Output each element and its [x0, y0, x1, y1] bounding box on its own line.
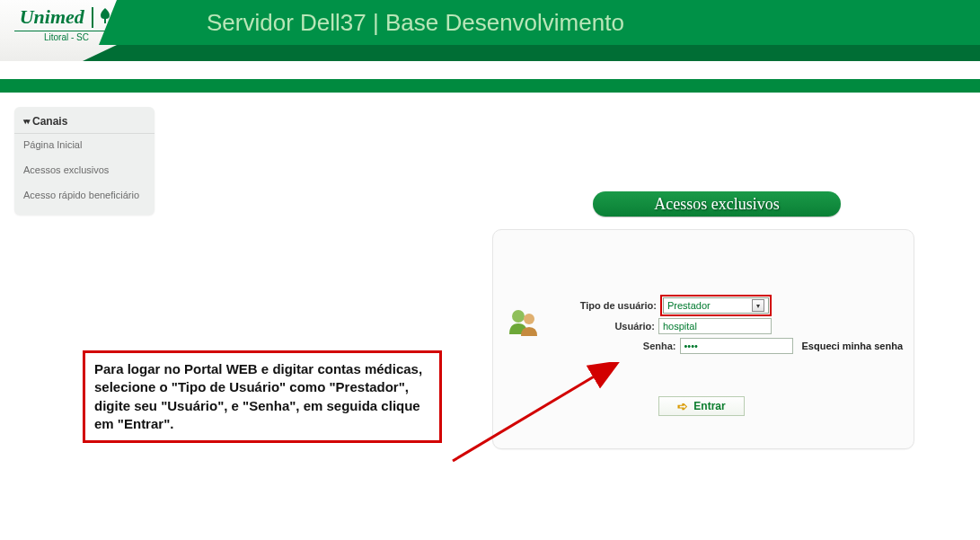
login-panel-title: Acessos exclusivos	[593, 191, 841, 217]
sidebar-item-home[interactable]: Página Inicial	[14, 134, 155, 155]
tipo-usuario-select[interactable]: Prestador ▾	[663, 297, 769, 314]
page-title: Servidor Dell37 | Base Desenvolvimento	[207, 9, 624, 37]
green-band	[0, 79, 980, 93]
senha-value: ••••	[684, 341, 698, 351]
senha-input[interactable]: ••••	[680, 338, 793, 354]
tipo-usuario-label: Tipo de usuário:	[580, 300, 657, 311]
users-icon	[506, 304, 542, 340]
forgot-password-link[interactable]: Esqueci minha senha	[802, 341, 903, 351]
senha-label: Senha:	[643, 341, 676, 351]
instruction-callout: Para logar no Portal WEB e digitar conta…	[83, 350, 442, 443]
entrar-button[interactable]: ➪ Entrar	[658, 396, 745, 416]
logo-brand: Unimed	[20, 5, 84, 29]
header-green-bg: Servidor Dell37 | Base Desenvolvimento	[117, 0, 980, 61]
chevron-icon: ▾▾	[23, 117, 29, 126]
row-senha: Senha: •••• Esqueci minha senha	[643, 338, 903, 354]
sidebar-title: ▾▾ Canais	[14, 112, 155, 134]
svg-point-0	[512, 310, 525, 323]
arrow-right-icon: ➪	[677, 400, 688, 412]
chevron-down-icon[interactable]: ▾	[752, 299, 764, 312]
usuario-input[interactable]	[658, 318, 772, 334]
entrar-button-label: Entrar	[693, 400, 725, 412]
login-card: Tipo de usuário: Prestador ▾ Usuário: Se…	[492, 229, 914, 449]
sidebar-item-acessos[interactable]: Acessos exclusivos	[14, 159, 155, 181]
tipo-usuario-highlight: Prestador ▾	[660, 295, 772, 316]
row-tipo-usuario: Tipo de usuário: Prestador ▾	[580, 295, 772, 316]
sidebar-title-text: Canais	[32, 115, 67, 128]
svg-point-1	[524, 314, 534, 324]
sidebar: ▾▾ Canais Página Inicial Acessos exclusi…	[14, 107, 155, 215]
tipo-usuario-value: Prestador	[667, 300, 711, 311]
sidebar-item-beneficiario[interactable]: Acesso rápido beneficiário	[14, 184, 155, 206]
usuario-label: Usuário:	[614, 321, 655, 332]
header: Unimed Litoral - SC Servidor Dell37 | Ba…	[0, 0, 980, 61]
row-usuario: Usuário:	[614, 318, 772, 334]
